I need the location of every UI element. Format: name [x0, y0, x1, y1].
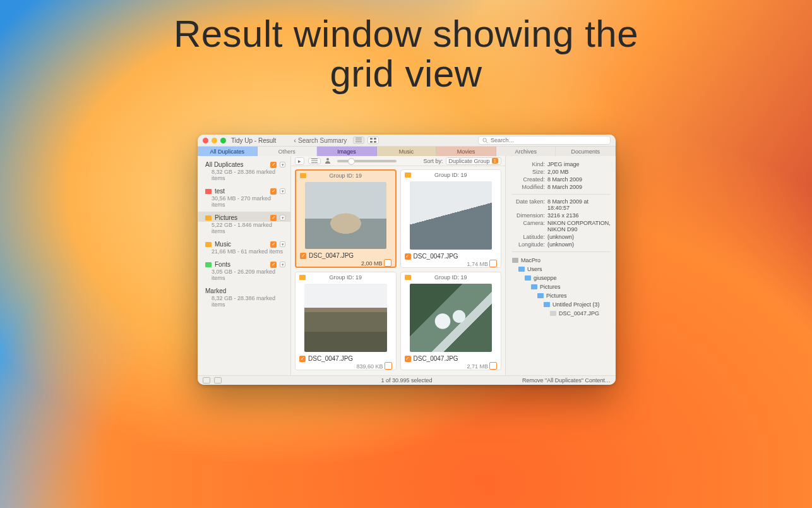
- list-icon: [355, 138, 362, 143]
- result-card[interactable]: Group ID: 19 ✓DSC_0047.JPG 2,71 MB: [400, 272, 502, 370]
- folder-icon: [300, 173, 306, 178]
- mark-checkbox[interactable]: ✓: [405, 356, 411, 362]
- sort-by-value: Duplicate Group: [449, 158, 490, 164]
- tab-movies[interactable]: Movies: [436, 147, 496, 156]
- trash-icon[interactable]: [214, 377, 222, 384]
- tree-node[interactable]: Users: [512, 265, 611, 274]
- play-button[interactable]: ▸: [295, 157, 304, 165]
- app-window: Tidy Up - Result ‹ Search Summary All Du…: [198, 135, 616, 385]
- duplicate-icon[interactable]: [491, 261, 497, 267]
- result-card[interactable]: Group ID: 19 ✓DSC_0047.JPG 1,74 MB: [400, 169, 502, 268]
- zoom-window-button[interactable]: [220, 138, 226, 143]
- thumbnail[interactable]: [305, 182, 386, 249]
- sidebar-item-all-duplicates[interactable]: All Duplicates ✓ ▾: [198, 159, 290, 169]
- file-name: DSC_0047.JPG: [308, 355, 353, 362]
- minimize-window-button[interactable]: [212, 138, 217, 143]
- thumbnail[interactable]: [304, 284, 387, 352]
- meta-value: 8 March 2009: [547, 184, 611, 190]
- traffic-lights: [203, 138, 226, 143]
- sidebar-item-test[interactable]: test ✓ ▾: [198, 185, 290, 195]
- back-label: Search Summary: [298, 137, 347, 144]
- back-to-search-summary[interactable]: ‹ Search Summary: [294, 136, 347, 144]
- sidebar-item-menu[interactable]: ▾: [280, 188, 285, 194]
- meta-key: Created:: [512, 176, 545, 183]
- tree-node[interactable]: Pictures: [512, 282, 611, 291]
- duplicate-icon[interactable]: [385, 260, 391, 267]
- results-pane: ▸ Sort by: Duplicate Group 1 Group ID: 1…: [291, 156, 505, 375]
- sidebar-item-music[interactable]: Music ✓ ▾: [198, 238, 290, 248]
- tab-others[interactable]: Others: [258, 147, 318, 156]
- meta-value: NIKON CORPORATION, NIKON D90: [547, 220, 611, 233]
- folder-icon: [537, 293, 544, 298]
- result-card[interactable]: Group ID: 19 ✓DSC_0047.JPG 839,60 KB: [295, 272, 397, 370]
- group-id-label: Group ID: 19: [434, 172, 467, 178]
- tab-images[interactable]: Images: [317, 147, 377, 156]
- file-size: 839,60 KB: [356, 363, 383, 370]
- tab-all-duplicates[interactable]: All Duplicates: [198, 147, 258, 156]
- list-mini-button[interactable]: [308, 158, 321, 164]
- mark-checkbox[interactable]: ✓: [270, 188, 277, 195]
- tab-archives[interactable]: Archives: [496, 147, 556, 156]
- search-input[interactable]: [491, 137, 606, 143]
- selection-count: 1 of 30.995 selected: [381, 377, 432, 384]
- tree-node[interactable]: DSC_0047.JPG: [512, 309, 611, 318]
- mark-checkbox[interactable]: ✓: [299, 356, 306, 362]
- meta-value: 3216 x 2136: [547, 212, 611, 219]
- meta-key: Date taken:: [512, 198, 545, 211]
- search-field[interactable]: [478, 136, 611, 145]
- folder-icon: [525, 275, 531, 281]
- folder-icon: [205, 215, 212, 221]
- tree-node[interactable]: Pictures: [512, 291, 611, 300]
- mark-checkbox[interactable]: ✓: [270, 162, 277, 168]
- file-size: 2,71 MB: [467, 363, 488, 370]
- file-icon: [550, 311, 556, 316]
- sidebar-item-menu[interactable]: ▾: [280, 162, 285, 167]
- chevron-left-icon: ‹: [294, 136, 296, 144]
- results-grid[interactable]: Group ID: 19 ✓DSC_0047.JPG 2,00 MB Group…: [291, 166, 505, 375]
- tree-node[interactable]: MacPro: [512, 256, 611, 265]
- close-window-button[interactable]: [203, 138, 208, 143]
- thumbnail[interactable]: [410, 284, 493, 352]
- sidebar-item-meta: 8,32 GB - 28.386 marked items: [198, 295, 290, 311]
- meta-value: 2,00 MB: [547, 169, 611, 175]
- thumbnail[interactable]: [410, 181, 493, 250]
- grid-view-button[interactable]: [367, 136, 379, 144]
- mark-checkbox[interactable]: ✓: [270, 241, 277, 248]
- sidebar-item-pictures[interactable]: Pictures ✓ ▾: [198, 212, 290, 222]
- sidebar-item-marked[interactable]: Marked: [198, 285, 290, 295]
- file-size: 1,74 MB: [467, 261, 488, 267]
- list-view-button[interactable]: [353, 136, 364, 144]
- sidebar-item-fonts[interactable]: Fonts ✓ ▾: [198, 258, 290, 269]
- sidebar-item-menu[interactable]: ▾: [280, 241, 285, 247]
- titlebar[interactable]: Tidy Up - Result ‹ Search Summary: [198, 135, 616, 147]
- list-icon: [311, 159, 318, 164]
- sidebar-item-label: Pictures: [215, 214, 237, 221]
- meta-value: (unknown): [547, 241, 611, 248]
- thumbnail-size-slider[interactable]: [337, 160, 397, 162]
- mark-checkbox[interactable]: ✓: [300, 253, 306, 259]
- tree-node[interactable]: Untitled Project (3): [512, 300, 611, 309]
- duplicate-icon[interactable]: [491, 363, 497, 370]
- mark-checkbox[interactable]: ✓: [270, 215, 277, 221]
- mark-checkbox[interactable]: ✓: [405, 253, 411, 260]
- remove-content-button[interactable]: Remove "All Duplicates" Content…: [522, 377, 611, 384]
- sidebar-item-label: Marked: [205, 287, 226, 294]
- drive-icon: [512, 258, 518, 263]
- sidebar-item-menu[interactable]: ▾: [280, 262, 285, 267]
- marketing-caption: Result window showing the grid view: [0, 14, 812, 94]
- sidebar-item-menu[interactable]: ▾: [280, 215, 285, 221]
- grid-toolbar: ▸ Sort by: Duplicate Group 1: [291, 156, 505, 166]
- tree-node[interactable]: giuseppe: [512, 274, 611, 282]
- folder-icon: [205, 262, 212, 267]
- file-name: DSC_0047.JPG: [414, 355, 458, 362]
- file-name: DSC_0047.JPG: [414, 253, 458, 260]
- tab-documents[interactable]: Documents: [556, 147, 616, 156]
- mark-checkbox[interactable]: ✓: [270, 262, 277, 268]
- file-name: DSC_0047.JPG: [309, 252, 354, 259]
- result-card[interactable]: Group ID: 19 ✓DSC_0047.JPG 2,00 MB: [295, 169, 397, 268]
- duplicate-icon[interactable]: [386, 363, 392, 370]
- caption-line-2: grid view: [0, 54, 812, 94]
- storage-icon[interactable]: [203, 377, 210, 384]
- tab-music[interactable]: Music: [377, 147, 437, 156]
- sort-by-dropdown[interactable]: Duplicate Group 1: [446, 157, 502, 165]
